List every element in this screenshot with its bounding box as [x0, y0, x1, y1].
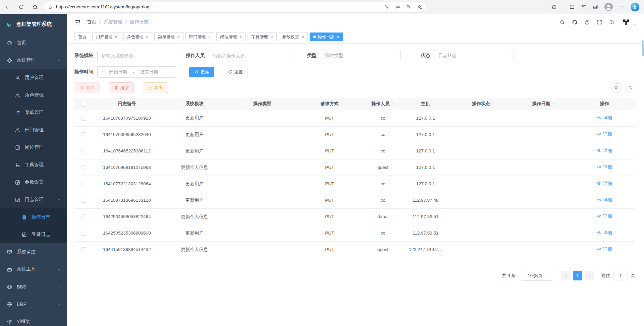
detail-link[interactable]: 详细 [597, 213, 612, 219]
date-range-input[interactable]: 开始日期 - 结束日期 [97, 66, 176, 78]
sidebar-item-参数设置[interactable]: 参数设置 [0, 174, 67, 191]
sort-caret-icon[interactable] [551, 102, 555, 107]
breadcrumb-item[interactable]: 系统管理 [104, 19, 122, 25]
sidebar-item-系统管理[interactable]: 系统管理 [0, 52, 67, 69]
row-checkbox[interactable] [82, 247, 86, 252]
split-screen-icon[interactable] [569, 4, 575, 10]
detail-link[interactable]: 详细 [597, 230, 612, 236]
select-all-checkbox[interactable] [82, 102, 86, 107]
sidebar-item-BBS[interactable]: BBS [0, 278, 67, 296]
status-select[interactable]: 日志状态 [434, 50, 514, 61]
page-size-select[interactable]: 10条/页 [521, 271, 553, 281]
search-button[interactable]: 搜索 [189, 67, 214, 77]
breadcrumb-item[interactable]: 首页 [87, 19, 96, 25]
address-bar[interactable]: https://ccnetcore.com:1101/system/log/op… [44, 2, 426, 12]
sidebar-item-字典管理[interactable]: 字典管理 [0, 156, 67, 174]
row-checkbox[interactable] [82, 231, 86, 236]
close-icon[interactable]: × [302, 35, 304, 39]
tab-部门管理[interactable]: 部门管理× [185, 32, 215, 41]
yi-logo[interactable] [622, 18, 631, 26]
table-refresh-button[interactable] [625, 83, 635, 93]
close-icon[interactable]: × [270, 35, 273, 39]
column-header-操作日期[interactable]: 操作日期 [514, 98, 574, 110]
menu-fold-icon[interactable] [74, 19, 81, 25]
sidebar-item-Yi框架[interactable]: Yi框架 [0, 313, 67, 326]
favorite-add-icon[interactable] [417, 4, 422, 10]
operator-input[interactable] [209, 50, 289, 61]
favorites-bar-icon[interactable] [581, 4, 587, 10]
module-input[interactable] [97, 50, 182, 61]
close-icon[interactable]: × [177, 35, 180, 39]
question-icon[interactable] [584, 19, 590, 25]
type-select[interactable]: 操作类型 [321, 50, 401, 61]
font-size-icon[interactable] [609, 19, 615, 25]
detail-link[interactable]: 详细 [597, 115, 612, 121]
sidebar-item-岗位管理[interactable]: 岗位管理 [0, 139, 67, 156]
browser-chrome: https://ccnetcore.com:1101/system/log/op… [0, 0, 644, 14]
detail-link[interactable]: 详细 [597, 197, 612, 203]
close-icon[interactable]: × [337, 35, 339, 39]
caret-down-icon[interactable] [633, 23, 637, 27]
column-header-操作人员[interactable]: 操作人员 [363, 98, 402, 110]
row-checkbox[interactable] [82, 198, 86, 203]
row-checkbox[interactable] [82, 165, 86, 170]
row-checkbox[interactable] [82, 132, 86, 137]
tab-字典管理[interactable]: 字典管理× [248, 32, 277, 41]
tab-用户管理[interactable]: 用户管理× [92, 32, 121, 41]
read-aloud-icon[interactable] [395, 4, 400, 10]
tab-菜单管理[interactable]: 菜单管理× [154, 32, 183, 41]
sidebar-item-系统监控[interactable]: 系统监控 [0, 243, 67, 261]
prev-page-button[interactable] [561, 271, 571, 280]
row-checkbox[interactable] [82, 116, 86, 121]
sidebar-item-登录日志[interactable]: 登录日志 [0, 226, 67, 243]
detail-link[interactable]: 详细 [597, 131, 612, 137]
detail-link[interactable]: 详细 [597, 181, 612, 187]
row-checkbox[interactable] [82, 149, 86, 153]
row-checkbox[interactable] [82, 182, 86, 186]
sidebar-item-菜单管理[interactable]: 菜单管理 [0, 104, 67, 121]
github-icon[interactable] [572, 19, 578, 25]
search-icon[interactable] [559, 19, 565, 25]
fullscreen-icon[interactable] [597, 19, 602, 25]
tab-角色管理[interactable]: 角色管理× [123, 32, 153, 41]
detail-link[interactable]: 详细 [597, 164, 612, 170]
sidebar-item-日志管理[interactable]: 日志管理 [0, 191, 67, 208]
delete-button[interactable]: 删除 [74, 82, 100, 93]
export-button[interactable]: 导出 [143, 82, 168, 93]
refresh-icon[interactable] [18, 4, 24, 10]
sidebar-item-角色管理[interactable]: 角色管理 [0, 86, 67, 104]
row-checkbox[interactable] [82, 214, 86, 219]
back-icon[interactable] [5, 4, 10, 10]
sidebar-item-首页[interactable]: 首页 [0, 34, 67, 52]
clear-button[interactable]: 清空 [109, 82, 134, 93]
detail-link[interactable]: 详细 [597, 246, 612, 252]
close-icon[interactable]: × [239, 35, 242, 39]
profile-avatar[interactable] [604, 3, 613, 11]
detail-link[interactable]: 详细 [597, 148, 612, 154]
tab-参数设置[interactable]: 参数设置× [279, 32, 308, 41]
reset-button[interactable]: 重置 [223, 67, 248, 77]
sidebar-item-部门管理[interactable]: 部门管理 [0, 121, 67, 139]
tab-岗位管理[interactable]: 岗位管理× [216, 32, 246, 41]
page-number-button[interactable]: 1 [573, 271, 582, 280]
sidebar-item-ERP[interactable]: ERP [0, 296, 67, 313]
table-search-button[interactable] [611, 83, 621, 93]
next-page-button[interactable] [585, 271, 594, 280]
collections-icon[interactable] [593, 4, 598, 10]
bing-icon[interactable] [631, 3, 639, 11]
tab-首页[interactable]: 首页 [74, 32, 90, 41]
home-icon[interactable] [32, 4, 38, 10]
sidebar-item-操作日志[interactable]: 操作日志 [0, 208, 67, 226]
more-icon[interactable] [619, 4, 625, 10]
goto-page-input[interactable] [613, 271, 628, 280]
key-icon[interactable] [384, 4, 389, 10]
close-icon[interactable]: × [208, 35, 211, 39]
sidebar-item-用户管理[interactable]: 用户管理 [0, 69, 67, 86]
close-icon[interactable]: × [115, 35, 118, 39]
extensions-icon[interactable] [551, 4, 557, 10]
tab-操作日志[interactable]: 操作日志× [310, 32, 343, 41]
sidebar-item-系统工具[interactable]: 系统工具 [0, 261, 67, 278]
zoom-out-icon[interactable] [406, 4, 411, 10]
close-icon[interactable]: × [146, 35, 149, 39]
sort-caret-icon[interactable] [391, 102, 394, 107]
